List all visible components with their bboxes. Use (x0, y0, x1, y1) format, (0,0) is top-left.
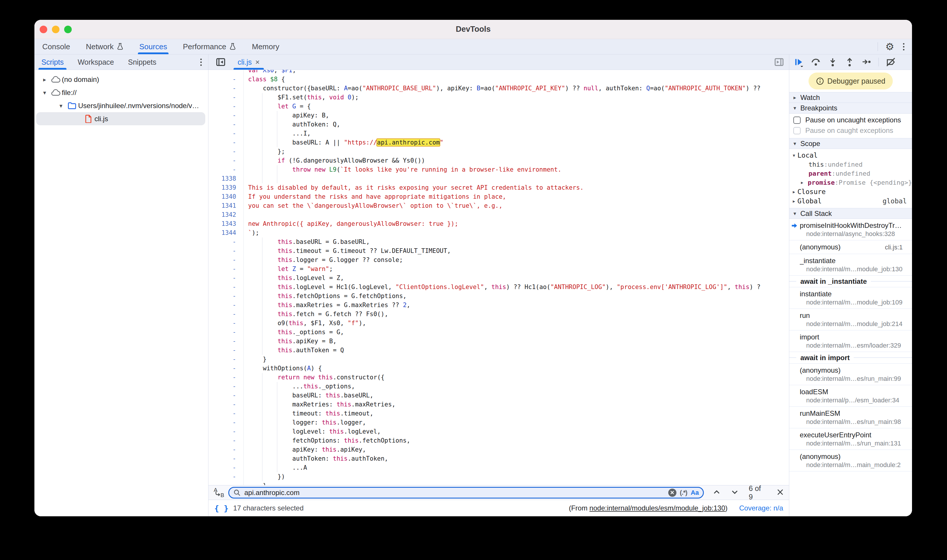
gutter-line-marker[interactable]: - (208, 237, 244, 246)
gutter-line-marker[interactable]: - (208, 436, 244, 445)
gutter-line-marker[interactable]: - (208, 274, 244, 283)
gutter-line-marker[interactable]: - (208, 165, 244, 174)
gutter-line-marker[interactable]: - (208, 454, 244, 463)
gutter-line-marker[interactable]: - (208, 292, 244, 301)
tab-snippets[interactable]: Snippets (121, 54, 163, 70)
step-into-icon[interactable] (828, 57, 837, 67)
gutter-line-marker[interactable]: - (208, 129, 244, 138)
gutter-line-marker[interactable]: - (208, 463, 244, 472)
gutter-line-marker[interactable]: 1340 (208, 192, 244, 202)
gutter-line-marker[interactable]: - (208, 138, 244, 147)
gear-icon[interactable]: ⚙ (885, 42, 894, 52)
tree-item-cli-js[interactable]: cli.js (36, 112, 205, 125)
gutter-line-marker[interactable]: - (208, 255, 244, 265)
gutter-line-marker[interactable]: - (208, 418, 244, 427)
deactivate-breakpoints-icon[interactable] (886, 57, 896, 67)
tab-performance[interactable]: Performance (175, 39, 244, 54)
call-stack-frame[interactable]: instantiatenode:internal/m…module_job:10… (789, 287, 912, 309)
gutter-line-marker[interactable] (208, 70, 244, 75)
gutter-line-marker[interactable]: - (208, 400, 244, 409)
tab-workspace[interactable]: Workspace (71, 54, 121, 70)
section-breakpoints[interactable]: ▾ Breakpoints (789, 103, 912, 114)
step-icon[interactable] (862, 57, 871, 67)
section-call-stack[interactable]: ▾ Call Stack (789, 208, 912, 219)
gutter-line-marker[interactable]: - (208, 482, 244, 485)
kebab-icon[interactable] (199, 57, 203, 67)
gutter-line-marker[interactable]: - (208, 364, 244, 373)
gutter-line-marker[interactable]: - (208, 301, 244, 310)
call-stack-frame[interactable]: runMainESMnode:internal/m…es/run_main:98 (789, 407, 912, 428)
gutter-line-marker[interactable]: - (208, 102, 244, 111)
gutter-line-marker[interactable]: 1341 (208, 202, 244, 210)
gutter-line-marker[interactable]: - (208, 147, 244, 156)
step-over-icon[interactable] (811, 57, 821, 67)
gutter-line-marker[interactable]: - (208, 310, 244, 319)
scope-group-global[interactable]: ▸Globalglobal (789, 196, 912, 206)
tab-memory[interactable]: Memory (244, 39, 287, 54)
tab-sources[interactable]: Sources (131, 39, 175, 54)
call-stack-frame[interactable]: _instantiatenode:internal/m…module_job:1… (789, 254, 912, 275)
gutter-line-marker[interactable]: - (208, 93, 244, 102)
scope-group-closure[interactable]: ▸Closure (789, 187, 912, 196)
gutter-line-marker[interactable]: - (208, 84, 244, 93)
scope-entry[interactable]: parent: undefined (789, 169, 912, 178)
tab-network[interactable]: Network (78, 39, 131, 54)
gutter-line-marker[interactable]: - (208, 445, 244, 454)
show-debugger-panel-icon[interactable] (774, 57, 784, 67)
gutter-line-marker[interactable]: - (208, 111, 244, 120)
section-watch[interactable]: ▸ Watch (789, 92, 912, 103)
tab-console[interactable]: Console (34, 39, 78, 54)
gutter-line-marker[interactable]: - (208, 283, 244, 292)
checkbox[interactable] (793, 127, 800, 134)
call-stack-frame[interactable]: promiseInitHookWithDestroyTr…node:intern… (789, 219, 912, 240)
code-editor[interactable]: var Xs0, $F1;-class $8 {-constructor({ba… (208, 70, 789, 485)
close-icon[interactable]: × (255, 58, 260, 67)
gutter-line-marker[interactable]: - (208, 391, 244, 400)
gutter-line-marker[interactable]: - (208, 156, 244, 165)
gutter-line-marker[interactable]: - (208, 373, 244, 382)
gutter-line-marker[interactable]: - (208, 265, 244, 274)
scope-entry[interactable]: this: undefined (789, 160, 912, 169)
gutter-line-marker[interactable]: - (208, 382, 244, 391)
source-link[interactable]: node:internal/modules/esm/module_job:130 (589, 504, 725, 512)
call-stack-frame[interactable]: importnode:internal/m…esm/loader:329 (789, 331, 912, 352)
gutter-line-marker[interactable]: - (208, 328, 244, 337)
tree-item-users-jinhuilee-nvm-versions-node-v2-[interactable]: ▾Users/jinhuilee/.nvm/versions/node/v2… (36, 99, 205, 112)
breakpoint-option[interactable]: Pause on caught exceptions (789, 125, 912, 136)
gutter-line-marker[interactable]: - (208, 319, 244, 328)
kebab-icon[interactable] (902, 42, 905, 52)
call-stack-frame[interactable]: (anonymous)node:internal/m…es/run_main:9… (789, 364, 912, 385)
checkbox[interactable] (793, 117, 800, 124)
search-input[interactable]: api.anthropic.com (.*) Aa (228, 487, 704, 498)
clear-icon[interactable] (668, 489, 676, 497)
call-stack-frame[interactable]: loadESMnode:internal/p…/esm_loader:34 (789, 385, 912, 407)
coverage-link[interactable]: Coverage: n/a (739, 504, 783, 512)
gutter-line-marker[interactable]: - (208, 355, 244, 364)
gutter-line-marker[interactable]: - (208, 409, 244, 418)
call-stack-frame[interactable]: (anonymous)node:internal/m…main_module:2 (789, 450, 912, 471)
tree-item-file-[interactable]: ▾file:// (36, 86, 205, 99)
gutter-line-marker[interactable]: 1343 (208, 219, 244, 228)
call-stack-frame[interactable]: executeUserEntryPointnode:internal/m…s/r… (789, 428, 912, 450)
pretty-print-icon[interactable]: { } (214, 504, 228, 513)
gutter-line-marker[interactable]: - (208, 346, 244, 355)
gutter-line-marker[interactable]: 1344 (208, 228, 244, 237)
call-stack-frame[interactable]: runnode:internal/m…module_job:214 (789, 309, 912, 331)
regex-toggle[interactable]: (.*) (680, 489, 687, 497)
gutter-line-marker[interactable]: - (208, 120, 244, 129)
gutter-line-marker[interactable]: - (208, 472, 244, 482)
chevron-up-icon[interactable] (713, 488, 721, 497)
tree-item--no-domain-[interactable]: ▸(no domain) (36, 73, 205, 86)
tab-cli-js[interactable]: cli.js × (231, 54, 266, 70)
match-case-toggle[interactable]: Aa (691, 489, 699, 497)
gutter-line-marker[interactable]: 1339 (208, 183, 244, 192)
resume-icon[interactable] (794, 57, 804, 67)
scope-entry[interactable]: ▸promise: Promise {<pending>} (789, 178, 912, 187)
section-scope[interactable]: ▾ Scope (789, 138, 912, 149)
replace-ab-icon[interactable]: A B (213, 487, 225, 498)
gutter-line-marker[interactable]: - (208, 75, 244, 84)
hide-navigator-icon[interactable] (216, 57, 226, 67)
gutter-line-marker[interactable]: 1338 (208, 174, 244, 183)
step-out-icon[interactable] (845, 57, 854, 67)
gutter-line-marker[interactable]: 1342 (208, 210, 244, 219)
